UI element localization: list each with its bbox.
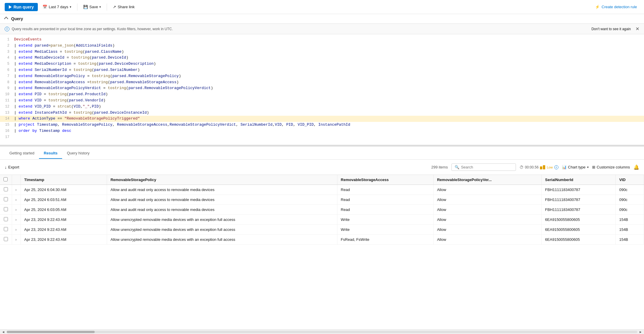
scroll-track[interactable] [7,331,637,333]
row-policy: Allow unencrypted removable media device… [107,235,337,245]
expand-arrow[interactable]: › [16,188,17,192]
row-vid: 090c [616,195,644,205]
row-checkbox[interactable] [4,187,8,191]
col-header-timestamp[interactable]: Timestamp [21,175,107,185]
toolbar-separator-2 [107,4,107,11]
save-button[interactable]: 💾 Save ▾ [81,4,103,10]
bottom-scrollbar[interactable]: ◂ ▸ [0,329,644,334]
tab-getting-started-label: Getting started [9,151,34,155]
row-policy: Allow and audit read only access to remo… [107,205,337,215]
row-checkbox[interactable] [4,227,8,231]
row-expand-cell[interactable]: › [12,225,21,235]
code-content-14: | where ActionType == "RemovableStorageP… [14,116,642,122]
share-button[interactable]: ↗ Share link [111,4,137,10]
row-serial: FBH1111183400787 [541,185,616,195]
row-expand-cell[interactable]: › [12,185,21,195]
line-num-10: 10 [2,92,14,97]
row-check-cell[interactable] [0,195,12,205]
row-checkbox[interactable] [4,207,8,211]
main-content: Query i Query results are presented in y… [0,14,644,334]
tab-results-label: Results [44,151,57,155]
col-access-label: RemovableStorageAccess [341,178,389,182]
code-editor[interactable]: 1 DeviceEvents 2 | extend parsed=parse_j… [0,34,644,146]
table-wrapper[interactable]: Timestamp RemovableStoragePolicy Removab… [0,175,644,329]
clock-icon: ⏱ [519,165,524,170]
search-input[interactable] [461,165,513,169]
create-rule-label: Create detection rule [601,5,637,9]
scroll-left-arrow[interactable]: ◂ [2,330,4,334]
export-button[interactable]: ↓ Export [5,165,19,170]
col-header-access[interactable]: RemovableStorageAccess [337,175,433,185]
code-line-14: 14 | where ActionType == "RemovableStora… [0,116,644,122]
run-query-button[interactable]: Run query [5,3,38,11]
tab-query-history[interactable]: Query history [62,148,94,159]
row-expand-cell[interactable]: › [12,195,21,205]
row-check-cell[interactable] [0,185,12,195]
row-check-cell[interactable] [0,205,12,215]
row-checkbox[interactable] [4,217,8,221]
row-serial: 6EA9150055800605 [541,235,616,245]
row-access: FsRead, FsWrite [337,235,433,245]
row-checkbox[interactable] [4,197,8,201]
notification-button[interactable]: 🔔 [633,164,639,170]
query-section-title: Query [11,16,23,21]
row-check-cell[interactable] [0,215,12,225]
col-verdict-label: RemovableStoragePolicyVer... [437,178,492,182]
expand-arrow[interactable]: › [16,228,17,232]
table-header-row: Timestamp RemovableStoragePolicy Removab… [0,175,644,185]
col-header-verdict[interactable]: RemovableStoragePolicyVer... [433,175,541,185]
col-header-policy[interactable]: RemovableStoragePolicy [107,175,337,185]
line-num-3: 3 [2,49,14,55]
row-check-cell[interactable] [0,225,12,235]
time-range-label: Last 7 days [49,5,68,9]
code-line-2: 2 | extend parsed=parse_json(AdditionalF… [0,43,644,49]
line-num-4: 4 [2,55,14,61]
dont-show-button[interactable]: Don't want to see it again [592,27,631,31]
info-banner-close-button[interactable]: ✕ [635,26,639,32]
chart-type-button[interactable]: 📊 Chart type ▾ [562,165,589,169]
select-all-checkbox[interactable] [4,177,8,181]
expand-arrow[interactable]: › [16,238,17,242]
code-content-9: | extend RemovableStoragePolicyVerdict =… [14,85,642,91]
calendar-icon: 📅 [43,5,47,9]
code-content-17 [14,134,642,140]
tab-results[interactable]: Results [39,148,62,159]
line-num-2: 2 [2,43,14,49]
code-line-3: 3 | extend MediaClass = tostring(parsed.… [0,49,644,55]
code-content-16: | order by Timestamp desc [14,128,642,134]
col-header-vid[interactable]: VID [616,175,644,185]
time-range-button[interactable]: 📅 Last 7 days ▾ [40,4,74,10]
tab-getting-started[interactable]: Getting started [5,148,39,159]
scroll-right-arrow[interactable]: ▸ [640,330,642,334]
expand-arrow[interactable]: › [16,198,17,202]
expand-arrow[interactable]: › [16,218,17,222]
col-header-serial[interactable]: SerialNumberId [541,175,616,185]
row-access: Read [337,205,433,215]
expand-arrow[interactable]: › [16,208,17,212]
results-section: Getting started Results Query history ↓ … [0,147,644,334]
code-content-11: | extend VID = tostring(parsed.VendorId) [14,98,642,104]
line-num-5: 5 [2,61,14,67]
scroll-thumb[interactable] [7,331,95,333]
row-expand-cell[interactable]: › [12,205,21,215]
code-line-6: 6 | extend SerialNumberId = tostring(par… [0,67,644,73]
search-box[interactable]: 🔍 [451,163,516,171]
col-serial-label: SerialNumberId [545,178,573,182]
item-count: 299 items [431,165,448,169]
line-num-1: 1 [2,37,14,42]
row-expand-cell[interactable]: › [12,215,21,225]
create-detection-rule-button[interactable]: ⚡ Create detection rule [593,4,639,10]
perf-bar-2 [543,165,545,169]
row-vid: 154B [616,215,644,225]
collapse-icon[interactable] [4,17,8,21]
row-verdict: Allow [433,185,541,195]
line-num-12: 12 [2,104,14,110]
row-expand-cell[interactable]: › [12,235,21,245]
tab-query-history-label: Query history [67,151,89,155]
customize-columns-button[interactable]: ⊞ Customize columns [592,165,630,169]
row-checkbox[interactable] [4,237,8,241]
columns-icon: ⊞ [592,165,595,169]
row-access: Read [337,195,433,205]
col-header-check[interactable] [0,175,12,185]
row-check-cell[interactable] [0,235,12,245]
